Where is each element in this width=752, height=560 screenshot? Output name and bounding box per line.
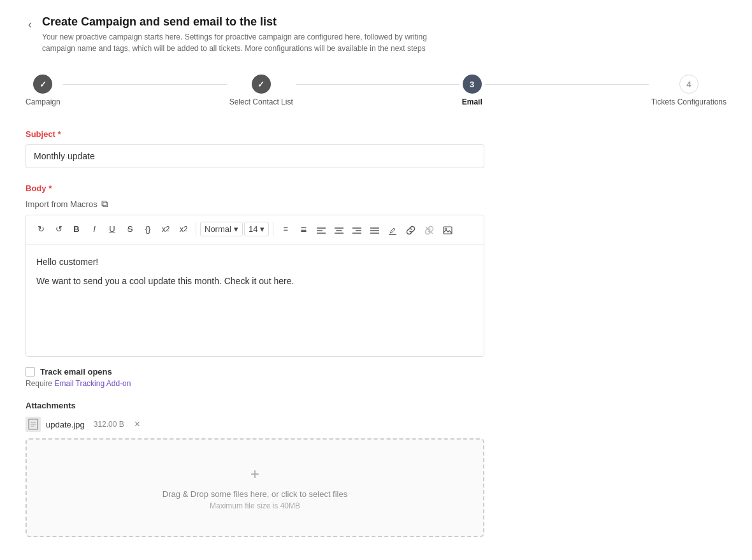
italic-button[interactable]: I — [86, 222, 103, 236]
email-form: Subject * Body * Import from Macros ⧉ ↻ … — [25, 129, 484, 560]
underline-button[interactable]: U — [104, 222, 120, 236]
file-icon — [25, 417, 41, 432]
file-drop-zone[interactable]: + Drag & Drop some files here, or click … — [25, 438, 484, 537]
align-left-button[interactable] — [313, 224, 329, 237]
macros-icon: ⧉ — [101, 198, 108, 210]
max-size-text: Maximum file size is 40MB — [40, 501, 470, 510]
step-select-contact-list: ✓ Select Contact List — [229, 75, 293, 106]
font-size-select[interactable]: 14 ▾ — [244, 222, 269, 236]
step-4-label: Tickets Configurations — [651, 97, 727, 106]
strikethrough-button[interactable]: S — [122, 222, 138, 236]
svg-point-15 — [445, 228, 447, 230]
file-name: update.jpg — [46, 420, 85, 429]
editor-toolbar: ↻ ↺ B I U S {} x2 x2 Normal ▾ — [26, 215, 484, 245]
require-text: Require Email Tracking Add-on — [25, 379, 484, 388]
plus-icon: + — [40, 465, 470, 483]
subject-label: Subject * — [25, 129, 484, 139]
step-3-circle: 3 — [463, 75, 482, 94]
step-1-label: Campaign — [25, 97, 61, 106]
subject-input[interactable] — [25, 144, 484, 168]
page-description: Your new proactive campaign starts here.… — [42, 31, 437, 54]
back-nav-button[interactable]: ‹ — [25, 17, 34, 32]
step-2-circle: ✓ — [252, 75, 271, 94]
code-button[interactable]: {} — [140, 222, 156, 236]
subscript-button[interactable]: x2 — [175, 222, 192, 236]
chevron-down-icon: ▾ — [260, 224, 264, 234]
unlink-button[interactable] — [421, 223, 438, 238]
toolbar-sep-1 — [196, 222, 196, 236]
editor-content-area[interactable]: Hello customer! We want to send you a co… — [26, 245, 484, 356]
superscript-button[interactable]: x2 — [157, 222, 174, 236]
import-macros-btn[interactable]: Import from Macros ⧉ — [25, 198, 484, 210]
step-campaign: ✓ Campaign — [25, 75, 61, 106]
step-tickets-configurations: 4 Tickets Configurations — [651, 75, 727, 106]
editor-line-2: We want to send you a cool update this m… — [36, 274, 474, 288]
body-editor: ↻ ↺ B I U S {} x2 x2 Normal ▾ — [25, 215, 484, 357]
step-2-label: Select Contact List — [229, 97, 293, 106]
file-size: 312.00 B — [94, 420, 124, 429]
attachments-title: Attachments — [25, 401, 484, 410]
step-4-circle: 4 — [679, 75, 698, 94]
unordered-list-button[interactable]: ≡ — [277, 222, 294, 236]
step-1-circle: ✓ — [33, 75, 52, 94]
step-connector-1 — [63, 84, 227, 85]
editor-line-1: Hello customer! — [36, 255, 474, 269]
link-button[interactable] — [402, 223, 419, 238]
undo-button[interactable]: ↻ — [33, 222, 49, 236]
attachments-section: Attachments update.jpg 312.00 B × + Drag… — [25, 401, 484, 537]
align-justify-button[interactable] — [366, 224, 383, 237]
step-email: 3 Email — [462, 75, 482, 106]
image-button[interactable] — [439, 224, 456, 237]
step-connector-3 — [485, 84, 649, 85]
track-email-row: Track email opens — [25, 367, 484, 377]
remove-attachment-button[interactable]: × — [132, 419, 143, 430]
highlight-button[interactable] — [384, 224, 401, 238]
bold-button[interactable]: B — [68, 222, 85, 236]
svg-rect-14 — [444, 227, 452, 234]
page-title: Create Campaign and send email to the li… — [42, 15, 437, 29]
import-macros-label: Import from Macros — [25, 199, 98, 209]
attachment-item: update.jpg 312.00 B × — [25, 417, 484, 432]
step-connector-2 — [296, 84, 459, 85]
ordered-list-button[interactable]: ≣ — [295, 222, 312, 236]
track-email-label: Track email opens — [40, 367, 112, 377]
email-tracking-addon-link[interactable]: Email Tracking Add-on — [54, 379, 131, 388]
toolbar-sep-2 — [273, 222, 273, 236]
drop-text: Drag & Drop some files here, or click to… — [40, 489, 470, 499]
body-label: Body * — [25, 183, 484, 193]
footer-actions: Cancel Back Next — [25, 557, 484, 560]
svg-line-13 — [426, 227, 433, 234]
font-style-select[interactable]: Normal ▾ — [200, 222, 243, 236]
align-center-button[interactable] — [331, 224, 347, 237]
step-3-label: Email — [462, 97, 482, 106]
redo-button[interactable]: ↺ — [50, 222, 67, 236]
track-email-checkbox[interactable] — [25, 367, 35, 377]
steps-wizard: ✓ Campaign ✓ Select Contact List 3 Email… — [25, 75, 727, 106]
align-right-button[interactable] — [349, 224, 365, 237]
chevron-down-icon: ▾ — [234, 224, 238, 234]
